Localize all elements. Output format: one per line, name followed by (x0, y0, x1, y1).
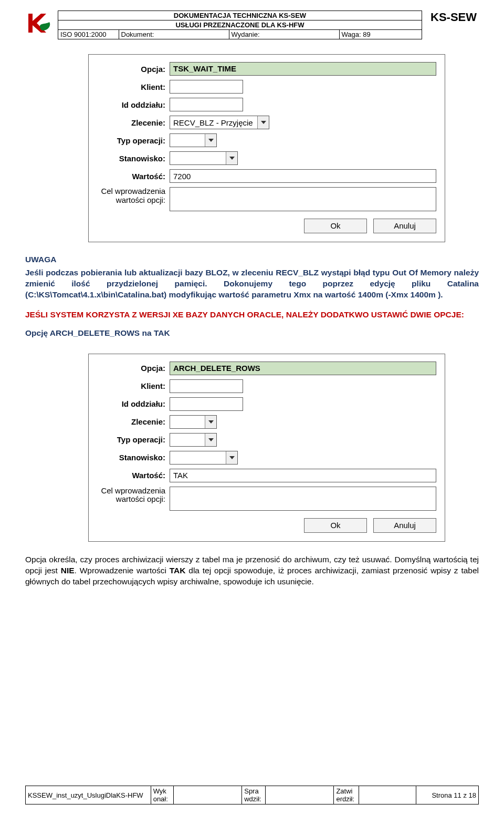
header-wydanie: Wydanie: (229, 30, 339, 39)
label-stanowisko: Stanowisko: (96, 453, 170, 462)
footer-zatw-value (359, 786, 416, 804)
chevron-down-icon (205, 416, 216, 428)
header-dokument: Dokument: (119, 30, 229, 39)
select-stanowisko[interactable] (170, 451, 238, 465)
footer-spra-value (266, 786, 334, 804)
select-zlecenie[interactable] (170, 415, 217, 429)
opcje-line: Opcję ARCH_DELETE_ROWS na TAK (25, 328, 479, 339)
input-id-oddzialu[interactable] (170, 397, 243, 411)
header-waga: Waga: 89 (339, 30, 422, 39)
label-wartosc: Wartość: (96, 172, 170, 181)
label-zlecenie: Zlecenie: (96, 417, 170, 426)
footer-page: Strona 11 z 18 (416, 786, 478, 804)
label-wartosc: Wartość: (96, 471, 170, 480)
black-paragraph: Opcja określa, czy proces archiwizacji w… (25, 554, 479, 587)
label-typ-operacji: Typ operacji: (96, 435, 170, 444)
chevron-down-icon (257, 116, 269, 129)
input-klient[interactable] (170, 80, 243, 94)
field-opcja: TSK_WAIT_TIME (170, 62, 436, 76)
ok-button[interactable]: Ok (304, 518, 367, 533)
input-wartosc[interactable] (170, 469, 436, 482)
textarea-cel[interactable] (170, 487, 436, 511)
footer-docid: KSSEW_inst_uzyt_UslugiDlaKS-HFW (26, 786, 151, 804)
cancel-button[interactable]: Anuluj (373, 219, 436, 233)
footer-zatw-label: Zatwi erdził: (334, 786, 359, 804)
footer-wyk-value (174, 786, 242, 804)
input-wartosc[interactable] (170, 169, 436, 183)
uwaga-heading: UWAGA (25, 255, 479, 264)
label-zlecenie: Zlecenie: (96, 118, 170, 127)
select-stanowisko[interactable] (170, 151, 238, 165)
label-opcja: Opcja: (96, 65, 170, 74)
cancel-button[interactable]: Anuluj (373, 518, 436, 533)
label-id-oddzialu: Id oddziału: (96, 399, 170, 408)
label-cel: Cel wprowadzenia wartości opcji: (96, 187, 170, 204)
logo-icon (25, 11, 54, 36)
chevron-down-icon (205, 134, 216, 147)
chevron-down-icon (226, 152, 237, 164)
header-table: DOKUMENTACJA TECHNICZNA KS-SEW USŁUGI PR… (58, 11, 422, 39)
ok-button[interactable]: Ok (304, 219, 367, 233)
label-cel: Cel wprowadzenia wartości opcji: (96, 487, 170, 504)
input-klient[interactable] (170, 379, 243, 393)
form-panel-2: Opcja: ARCH_DELETE_ROWS Klient: Id oddzi… (88, 354, 445, 542)
select-zlecenie[interactable]: RECV_BLZ - Przyjęcie (170, 116, 269, 129)
footer-table: KSSEW_inst_uzyt_UslugiDlaKS-HFW Wyk onał… (25, 786, 479, 804)
header-title-1: DOKUMENTACJA TECHNICZNA KS-SEW (58, 11, 422, 20)
label-klient: Klient: (96, 381, 170, 390)
brand-label: KS-SEW (426, 11, 479, 24)
chevron-down-icon (205, 434, 216, 446)
red-warning-line: JEŚLI SYSTEM KORZYSTA Z WERSJI XE BAZY D… (25, 310, 479, 319)
chevron-down-icon (226, 451, 237, 464)
header-iso: ISO 9001:2000 (58, 30, 119, 39)
form-panel-1: Opcja: TSK_WAIT_TIME Klient: Id oddziału… (88, 54, 445, 242)
select-typ-operacji[interactable] (170, 133, 217, 147)
label-klient: Klient: (96, 82, 170, 91)
header-title-2: USŁUGI PRZEZNACZONE DLA KS-HFW (58, 20, 422, 30)
input-id-oddzialu[interactable] (170, 98, 243, 111)
label-opcja: Opcja: (96, 364, 170, 373)
field-opcja: ARCH_DELETE_ROWS (170, 362, 436, 375)
select-typ-operacji[interactable] (170, 433, 217, 447)
label-id-oddzialu: Id oddziału: (96, 100, 170, 109)
footer-wyk-label: Wyk onał: (151, 786, 173, 804)
footer-spra-label: Spra wdził: (242, 786, 266, 804)
label-typ-operacji: Typ operacji: (96, 136, 170, 145)
label-stanowisko: Stanowisko: (96, 154, 170, 163)
uwaga-paragraph: Jeśli podczas pobierania lub aktualizacj… (25, 267, 479, 301)
textarea-cel[interactable] (170, 187, 436, 211)
